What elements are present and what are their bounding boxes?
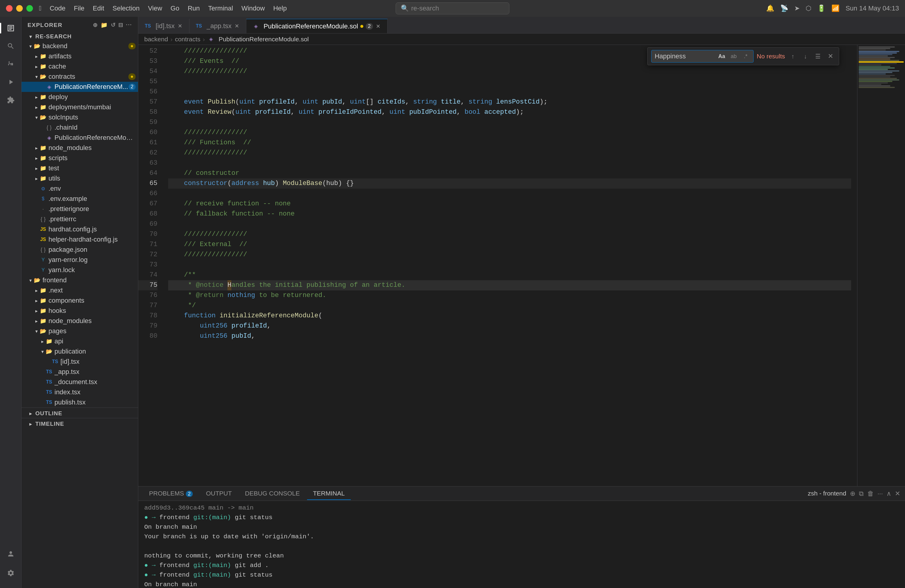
tree-item-components[interactable]: 📁 components: [22, 296, 138, 306]
section-re-search[interactable]: RE-SEARCH: [22, 31, 138, 41]
tree-item-node-modules[interactable]: 📁 node_modules: [22, 143, 138, 153]
tree-item-app-tsx[interactable]: TS _app.tsx: [22, 367, 138, 377]
timeline-header[interactable]: TIMELINE: [22, 418, 138, 428]
tree-item-publish-tsx[interactable]: TS publish.tsx: [22, 397, 138, 407]
tree-item-hardhat[interactable]: JS hardhat.config.js: [22, 224, 138, 234]
tree-item-api[interactable]: 📁 api: [22, 336, 138, 346]
tree-item-scripts[interactable]: 📁 scripts: [22, 153, 138, 163]
tree-item-index-tsx[interactable]: TS index.tsx: [22, 387, 138, 397]
outline-header[interactable]: OUTLINE: [22, 408, 138, 418]
maximize-button[interactable]: [26, 5, 33, 12]
find-case-btn[interactable]: Aa: [717, 51, 726, 61]
panel-tab-output[interactable]: OUTPUT: [200, 488, 238, 500]
terminal-trash-icon[interactable]: 🗑: [867, 490, 874, 497]
menu-apple[interactable]: : [39, 5, 41, 12]
menu-terminal[interactable]: Terminal: [208, 5, 233, 12]
tab-app-tsx[interactable]: TS _app.tsx ✕: [189, 19, 246, 33]
broadcast-icon[interactable]: 📡: [780, 5, 788, 12]
tab-close-app[interactable]: ✕: [234, 23, 240, 29]
find-input[interactable]: [654, 52, 714, 60]
tree-item-env-example[interactable]: $ .env.example: [22, 194, 138, 204]
tree-item-next[interactable]: 📁 .next: [22, 285, 138, 296]
tab-close-sol[interactable]: ✕: [375, 23, 381, 29]
collapse-all-icon[interactable]: ⊟: [118, 22, 124, 29]
find-regex-btn[interactable]: .*: [741, 51, 750, 61]
tab-sol-active[interactable]: ◈ PublicationReferenceModule.sol 2 ✕: [246, 19, 387, 33]
panel-tab-problems[interactable]: PROBLEMS2: [143, 488, 199, 500]
tree-item-document-tsx[interactable]: TS _document.tsx: [22, 377, 138, 387]
new-folder-icon[interactable]: 📁: [100, 22, 108, 29]
find-prev-btn[interactable]: ↑: [788, 51, 797, 61]
menu-go[interactable]: Go: [171, 5, 179, 12]
terminal-content[interactable]: add59d3..369ca45 main -> main ● → fronte…: [138, 501, 905, 588]
tree-item-pages[interactable]: 📂 pages: [22, 326, 138, 336]
minimize-button[interactable]: [16, 5, 23, 12]
terminal-up-icon[interactable]: ∧: [886, 490, 891, 497]
tree-item-contracts[interactable]: 📂 contracts ●: [22, 72, 138, 82]
tree-item-solcInputs[interactable]: 📂 solcInputs: [22, 112, 138, 122]
menu-selection[interactable]: Selection: [113, 5, 140, 12]
breadcrumb-backend[interactable]: backend: [144, 36, 168, 43]
refresh-icon[interactable]: ↺: [111, 22, 116, 29]
tree-item-test[interactable]: 📁 test: [22, 163, 138, 173]
breadcrumb-contracts[interactable]: contracts: [175, 36, 200, 43]
tree-item-publication[interactable]: 📂 publication: [22, 346, 138, 357]
notification-icon[interactable]: 🔔: [766, 5, 774, 12]
tab-close-id[interactable]: ✕: [177, 23, 183, 29]
find-list-btn[interactable]: ☰: [813, 51, 823, 61]
new-file-icon[interactable]: ⊕: [93, 22, 98, 29]
tree-item-utils[interactable]: 📁 utils: [22, 173, 138, 184]
tab-label-app: _app.tsx: [207, 22, 232, 30]
code-editor[interactable]: 52 53 54 55 56 57 58 59 60 61 62 63 64 6…: [138, 45, 905, 486]
find-close-btn[interactable]: ✕: [826, 51, 835, 61]
search-bar[interactable]: 🔍 re-search: [395, 2, 510, 14]
panel-tab-terminal[interactable]: TERMINAL: [307, 488, 351, 500]
tree-item-prettierrc[interactable]: { } .prettierrc: [22, 214, 138, 224]
menu-file[interactable]: File: [74, 5, 84, 12]
terminal-close-icon[interactable]: ✕: [895, 490, 900, 497]
menu-edit[interactable]: Edit: [93, 5, 104, 12]
tab-id-tsx[interactable]: TS [id].tsx ✕: [138, 19, 189, 33]
terminal-add-icon[interactable]: ⊕: [850, 490, 855, 497]
tree-item-prettierignore[interactable]: · .prettierignore: [22, 204, 138, 214]
activity-extensions[interactable]: [3, 92, 19, 108]
tree-item-cache[interactable]: 📁 cache: [22, 61, 138, 72]
tree-item-chainId[interactable]: { } .chainId: [22, 122, 138, 133]
tree-item-package[interactable]: { } package.json: [22, 245, 138, 255]
code-content[interactable]: //////////////// /// Events // /////////…: [162, 45, 857, 486]
more-icon[interactable]: ···: [126, 22, 132, 29]
tree-item-yarn-lock[interactable]: Y yarn.lock: [22, 265, 138, 275]
tree-item-artifacts[interactable]: 📁 artifacts: [22, 51, 138, 61]
send-icon[interactable]: ➤: [794, 5, 800, 12]
tree-item-deploy[interactable]: 📁 deploy: [22, 92, 138, 102]
tree-item-frontend[interactable]: 📂 frontend: [22, 275, 138, 285]
tree-item-frontend-node-modules[interactable]: 📁 node_modules: [22, 316, 138, 326]
panel-tab-debug[interactable]: DEBUG CONSOLE: [239, 488, 306, 500]
activity-settings[interactable]: [3, 565, 19, 581]
activity-run[interactable]: [3, 74, 19, 90]
menu-help[interactable]: Help: [273, 5, 287, 12]
tree-item-backend[interactable]: 📂 backend ●: [22, 41, 138, 51]
tree-item-id-tsx[interactable]: TS [id].tsx: [22, 357, 138, 367]
menu-code[interactable]: Code: [50, 5, 65, 12]
breadcrumb-sol[interactable]: PublicationReferenceModule.sol: [219, 36, 309, 43]
menu-run[interactable]: Run: [187, 5, 200, 12]
terminal-split-icon[interactable]: ⧉: [859, 490, 864, 497]
activity-explorer[interactable]: [3, 21, 19, 36]
activity-search[interactable]: [3, 38, 19, 54]
tree-item-helper-hardhat[interactable]: JS helper-hardhat-config.js: [22, 234, 138, 245]
tree-item-sol2[interactable]: ◈ PublicationReferenceModul...: [22, 133, 138, 143]
find-word-btn[interactable]: ab: [729, 51, 738, 61]
terminal-more-icon[interactable]: ···: [878, 490, 883, 497]
activity-source-control[interactable]: [3, 56, 19, 72]
activity-account[interactable]: [3, 546, 19, 562]
tree-item-yarn-error[interactable]: Y yarn-error.log: [22, 255, 138, 265]
tree-item-hooks[interactable]: 📁 hooks: [22, 306, 138, 316]
tree-item-deployments[interactable]: 📁 deployments/mumbai: [22, 102, 138, 112]
tree-item-sol[interactable]: ◈ PublicationReferenceM... 2: [22, 82, 138, 92]
menu-view[interactable]: View: [148, 5, 162, 12]
tree-item-env[interactable]: ⚙ .env: [22, 184, 138, 194]
menu-window[interactable]: Window: [241, 5, 265, 12]
close-button[interactable]: [6, 5, 13, 12]
find-next-btn[interactable]: ↓: [800, 51, 810, 61]
